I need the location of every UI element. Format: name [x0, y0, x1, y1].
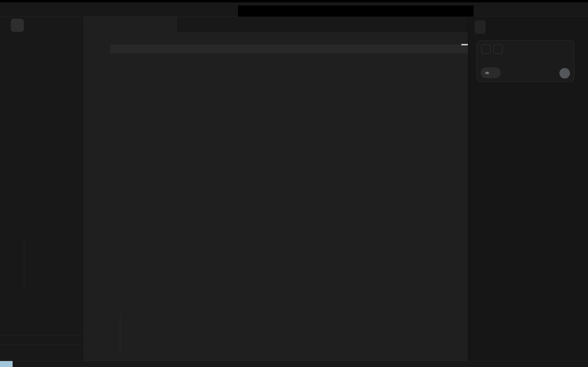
- editor-actions: [444, 17, 460, 32]
- status-bar: [0, 361, 588, 367]
- current-line-highlight: [110, 44, 468, 53]
- chat-tab-new-chat[interactable]: [475, 20, 485, 34]
- explorer-icon[interactable]: [11, 19, 24, 32]
- editor-indent-guide: [120, 314, 120, 355]
- remote-indicator[interactable]: [0, 361, 13, 367]
- sidebar: [0, 17, 83, 361]
- sidebar-section-outline[interactable]: [0, 335, 83, 345]
- more-views-chevron-icon[interactable]: [62, 19, 73, 32]
- agent-mode-selector[interactable]: ∞: [481, 67, 501, 78]
- activity-bar: [11, 19, 73, 32]
- infinity-icon: ∞: [485, 70, 489, 75]
- send-button[interactable]: [559, 68, 570, 79]
- redaction-box: [238, 5, 474, 17]
- tab-quickstart-tutorial[interactable]: [83, 17, 177, 32]
- editor-area: [83, 17, 468, 361]
- search-icon[interactable]: [29, 19, 40, 32]
- context-chip[interactable]: [493, 44, 503, 54]
- past-chat-item[interactable]: [482, 344, 584, 353]
- chat-input-box[interactable]: ∞: [477, 40, 574, 82]
- sidebar-section-timeline[interactable]: [0, 344, 83, 354]
- breadcrumb: [83, 32, 468, 43]
- source-control-icon[interactable]: [45, 19, 56, 32]
- tab-bar: [83, 17, 468, 32]
- chat-header-actions: [563, 20, 584, 34]
- title-bar: [0, 0, 588, 17]
- tree-indent-guide: [24, 238, 24, 292]
- chat-panel: ∞: [468, 17, 588, 361]
- explorer-header: [0, 50, 83, 61]
- overview-ruler-cursor-mark: [461, 44, 468, 45]
- add-context-button[interactable]: [481, 44, 491, 54]
